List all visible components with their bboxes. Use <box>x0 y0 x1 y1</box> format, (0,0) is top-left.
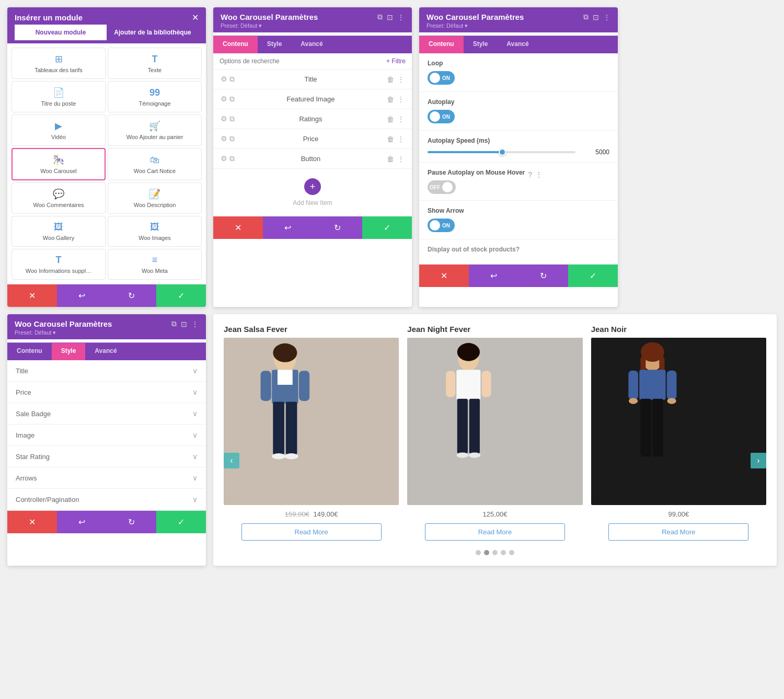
duplicate-icon[interactable]: ⧉ <box>229 114 235 123</box>
delete-icon[interactable]: 🗑 <box>387 95 394 104</box>
filter-button[interactable]: + Filtre <box>386 58 406 65</box>
read-more-button-1[interactable]: Read More <box>241 523 382 541</box>
add-new-item[interactable]: + Add New Item <box>213 169 412 216</box>
dot-3[interactable] <box>492 550 498 555</box>
expand-icon[interactable]: ⊡ <box>181 320 187 328</box>
dot-4[interactable] <box>501 550 506 555</box>
module-video[interactable]: ▶ Vidéo <box>11 114 106 146</box>
copy-icon[interactable]: ⧉ <box>583 13 589 21</box>
autoplay-toggle[interactable]: ON <box>428 110 455 123</box>
preset-link[interactable]: Preset: Défaut <box>15 329 51 336</box>
redo-button[interactable]: ↻ <box>107 284 156 307</box>
dots-menu-icon[interactable]: ⋮ <box>603 13 610 21</box>
tab-style[interactable]: Style <box>52 343 86 360</box>
module-woo-info[interactable]: T Woo Informations suppl… <box>11 249 106 280</box>
gear-icon[interactable]: ⚙ <box>221 95 227 104</box>
carousel-arrow-left[interactable]: ‹ <box>224 453 239 468</box>
section-pagination-header[interactable]: Controller/Pagination ∨ <box>7 489 206 510</box>
dots-menu-icon[interactable]: ⋮ <box>191 320 199 328</box>
section-rating-header[interactable]: Star Rating ∨ <box>7 446 206 467</box>
duplicate-icon[interactable]: ⧉ <box>229 154 235 163</box>
tab-avance[interactable]: Avancé <box>497 36 538 53</box>
redo-button[interactable]: ↻ <box>107 511 156 533</box>
module-tableaux[interactable]: ⊞ Tableaux des tarifs <box>11 48 106 79</box>
read-more-button-2[interactable]: Read More <box>425 523 565 541</box>
more-icon[interactable]: ⋮ <box>397 95 405 104</box>
section-sale-header[interactable]: Sale Badge ∨ <box>7 403 206 424</box>
preset-link[interactable]: Preset: Défaut <box>426 22 463 29</box>
tab-bibliotheque[interactable]: Ajouter de la bibliothèque <box>107 25 199 40</box>
tab-style[interactable]: Style <box>464 36 498 53</box>
tab-style[interactable]: Style <box>258 36 292 53</box>
dot-5[interactable] <box>509 550 514 555</box>
save-button[interactable]: ✓ <box>156 284 206 307</box>
tab-contenu[interactable]: Contenu <box>213 36 258 53</box>
read-more-button-3[interactable]: Read More <box>608 523 748 541</box>
gear-icon[interactable]: ⚙ <box>221 75 227 84</box>
dot-2[interactable] <box>484 550 489 555</box>
more-icon[interactable]: ⋮ <box>397 115 405 123</box>
module-woo-cart-notice[interactable]: 🛍 Woo Cart Notice <box>108 148 202 180</box>
tab-avance[interactable]: Avancé <box>291 36 332 53</box>
redo-button[interactable]: ↻ <box>518 265 568 287</box>
delete-icon[interactable]: 🗑 <box>387 75 394 84</box>
slider-thumb[interactable] <box>499 148 506 156</box>
cancel-button[interactable]: ✕ <box>7 284 57 307</box>
more-icon[interactable]: ⋮ <box>397 75 405 84</box>
help-icon[interactable]: ? <box>528 170 532 179</box>
module-woo-description[interactable]: 📝 Woo Description <box>108 182 202 214</box>
copy-icon[interactable]: ⧉ <box>171 319 177 328</box>
module-titre[interactable]: 📄 Titre du poste <box>11 81 106 112</box>
cancel-button[interactable]: ✕ <box>419 265 469 287</box>
duplicate-icon[interactable]: ⧉ <box>229 95 235 104</box>
module-woo-gallery[interactable]: 🖼 Woo Gallery <box>11 216 106 247</box>
module-woo-images[interactable]: 🖼 Woo Images <box>108 216 202 247</box>
section-title-header[interactable]: Title ∨ <box>7 360 206 381</box>
preset-link[interactable]: Preset: Défaut <box>221 22 257 29</box>
expand-icon[interactable]: ⊡ <box>387 13 393 21</box>
close-icon[interactable]: ✕ <box>192 13 199 22</box>
cancel-button[interactable]: ✕ <box>7 511 57 533</box>
section-image-header[interactable]: Image ∨ <box>7 425 206 445</box>
gear-icon[interactable]: ⚙ <box>221 154 227 163</box>
module-woo-meta[interactable]: ≡ Woo Meta <box>108 249 202 280</box>
duplicate-icon[interactable]: ⧉ <box>229 75 235 84</box>
slider-track[interactable] <box>428 151 575 153</box>
delete-icon[interactable]: 🗑 <box>387 155 394 163</box>
tab-contenu[interactable]: Contenu <box>419 36 464 53</box>
gear-icon[interactable]: ⚙ <box>221 134 227 143</box>
module-woo-ajouter[interactable]: 🛒 Woo Ajouter au panier <box>108 114 202 146</box>
module-texte[interactable]: T Texte <box>108 48 202 79</box>
more-options-icon[interactable]: ⋮ <box>535 170 543 179</box>
gear-icon[interactable]: ⚙ <box>221 114 227 123</box>
delete-icon[interactable]: 🗑 <box>387 115 394 123</box>
undo-button[interactable]: ↩ <box>469 265 518 287</box>
undo-button[interactable]: ↩ <box>263 216 313 239</box>
expand-icon[interactable]: ⊡ <box>593 13 599 21</box>
section-price-header[interactable]: Price ∨ <box>7 382 206 403</box>
module-temoignage[interactable]: 99 Témoignage <box>108 81 202 112</box>
carousel-arrow-right[interactable]: › <box>751 453 766 468</box>
module-woo-carousel[interactable]: 🎠 Woo Carousel <box>11 148 106 180</box>
save-button[interactable]: ✓ <box>362 216 412 239</box>
undo-button[interactable]: ↩ <box>57 511 107 533</box>
undo-button[interactable]: ↩ <box>57 284 107 307</box>
search-input[interactable] <box>220 58 382 65</box>
tab-avance[interactable]: Avancé <box>85 343 126 360</box>
duplicate-icon[interactable]: ⧉ <box>229 134 235 143</box>
tab-contenu[interactable]: Contenu <box>7 343 52 360</box>
delete-icon[interactable]: 🗑 <box>387 135 394 143</box>
pause-toggle[interactable]: OFF <box>428 180 456 194</box>
more-icon[interactable]: ⋮ <box>397 155 405 163</box>
section-arrows-header[interactable]: Arrows ∨ <box>7 467 206 488</box>
module-woo-commentaires[interactable]: 💬 Woo Commentaires <box>11 182 106 214</box>
cancel-button[interactable]: ✕ <box>213 216 263 239</box>
more-icon[interactable]: ⋮ <box>397 135 405 143</box>
tab-nouveau-module[interactable]: Nouveau module <box>15 25 107 40</box>
show-arrow-toggle[interactable]: ON <box>428 219 455 232</box>
save-button[interactable]: ✓ <box>568 265 618 287</box>
dots-menu-icon[interactable]: ⋮ <box>397 13 405 21</box>
copy-icon[interactable]: ⧉ <box>377 13 383 21</box>
save-button[interactable]: ✓ <box>156 511 206 533</box>
loop-toggle[interactable]: ON <box>428 71 455 85</box>
